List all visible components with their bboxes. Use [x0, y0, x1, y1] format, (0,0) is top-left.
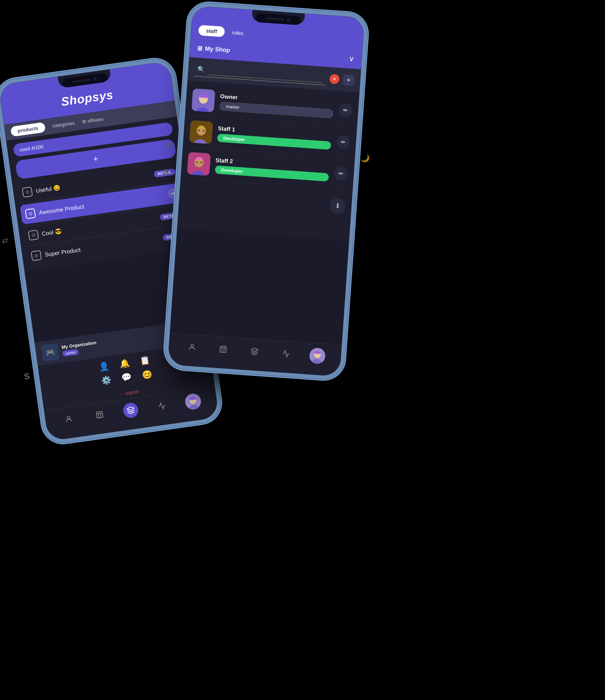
add-staff-button[interactable]: +	[343, 74, 355, 86]
search-input[interactable]	[207, 64, 323, 83]
nav-shop-icon[interactable]	[91, 406, 108, 423]
product-icon-4: ⊙	[31, 250, 42, 261]
org-logo: 🎮	[41, 343, 60, 362]
staff2-info: Staff 2 Developer	[215, 157, 329, 181]
svg-rect-21	[220, 348, 226, 353]
speaker	[72, 78, 91, 83]
svg-rect-1	[96, 413, 103, 418]
right-phone-frame: staff roles ⊞ My Shop ∨ 🔍	[163, 1, 368, 380]
right-camera	[287, 18, 291, 22]
logout-arrow: →	[118, 390, 124, 397]
svg-line-3	[100, 413, 101, 418]
shop-name-text: My Shop	[205, 45, 231, 54]
clear-search-button[interactable]: ✕	[329, 74, 340, 84]
svg-point-20	[191, 344, 194, 347]
r-nav-shop-icon[interactable]	[215, 341, 231, 357]
download-button[interactable]: ⬇	[329, 197, 346, 214]
edit-staff1-button[interactable]: ✏	[336, 135, 350, 149]
tab-roles[interactable]: roles	[232, 30, 243, 36]
left-side-arrows: ⇄	[1, 236, 9, 245]
svg-line-22	[222, 348, 222, 352]
right-phone: ⇄ S 🌙 staff roles ⊞ My Shop	[163, 1, 368, 380]
s-icon-left: S	[24, 371, 30, 381]
svg-line-2	[99, 413, 99, 418]
owner-avatar	[191, 88, 215, 112]
svg-line-23	[224, 348, 225, 353]
nav-box-icon[interactable]	[122, 402, 139, 419]
staff1-info: Staff 1 Developer	[217, 125, 332, 150]
right-speaker	[266, 17, 285, 21]
svg-point-0	[67, 416, 70, 419]
staff2-avatar	[187, 152, 211, 176]
staff1-avatar	[189, 120, 213, 144]
shop-name: ⊞ My Shop	[197, 45, 231, 54]
affiliate-icon: ⊞	[82, 119, 86, 124]
chat-icon[interactable]: 💬	[121, 372, 132, 383]
right-screen: staff roles ⊞ My Shop ∨ 🔍	[168, 6, 365, 377]
shop-dropdown-button[interactable]: ∨	[348, 54, 355, 64]
camera	[93, 77, 97, 81]
product-icon-3: ⊙	[28, 230, 39, 241]
staff-list: Owner master ✏	[180, 81, 359, 194]
shop-icon: ⊞	[197, 45, 202, 52]
bell-icon[interactable]: 🔔	[119, 358, 130, 369]
settings-icon[interactable]: ⚙️	[100, 375, 112, 386]
s-icon-right: S	[163, 168, 169, 178]
tab-categories[interactable]: categories	[49, 117, 78, 131]
profile-icon[interactable]: 👤	[99, 361, 110, 372]
affiliate-label: affiliates	[87, 116, 104, 124]
nav-person-icon[interactable]	[60, 411, 77, 428]
r-nav-avatar[interactable]	[309, 347, 326, 364]
right-bottom-nav-container	[168, 333, 342, 377]
swap-icon: ⇄	[1, 236, 9, 245]
search-icon: 🔍	[197, 66, 205, 73]
swap-icon-right: ⇄	[165, 140, 172, 149]
owner-info: Owner master	[219, 93, 334, 118]
nav-chart-icon[interactable]	[153, 398, 170, 414]
moon-icon: 🌙	[360, 154, 370, 163]
emoji-icon[interactable]: 😊	[141, 369, 153, 380]
edit-staff2-button[interactable]: ✏	[334, 167, 348, 181]
logout-label[interactable]: logout	[125, 389, 139, 396]
product-icon-2: ⊙	[25, 208, 36, 219]
tab-products[interactable]: products	[10, 122, 45, 137]
tab-staff[interactable]: staff	[198, 25, 225, 37]
tab-affiliates[interactable]: ⊞ affiliates	[82, 116, 104, 124]
nav-avatar[interactable]	[184, 393, 202, 410]
right-bottom-nav	[168, 333, 342, 377]
edit-owner-button[interactable]: ✏	[338, 103, 352, 117]
clipboard-icon[interactable]: 📋	[139, 355, 150, 366]
org-role: owner	[62, 349, 79, 357]
r-nav-person-icon[interactable]	[184, 339, 200, 355]
product-icon-1: ⊙	[22, 187, 33, 197]
r-nav-chart-icon[interactable]	[278, 346, 294, 362]
r-nav-box-icon[interactable]	[247, 344, 263, 360]
